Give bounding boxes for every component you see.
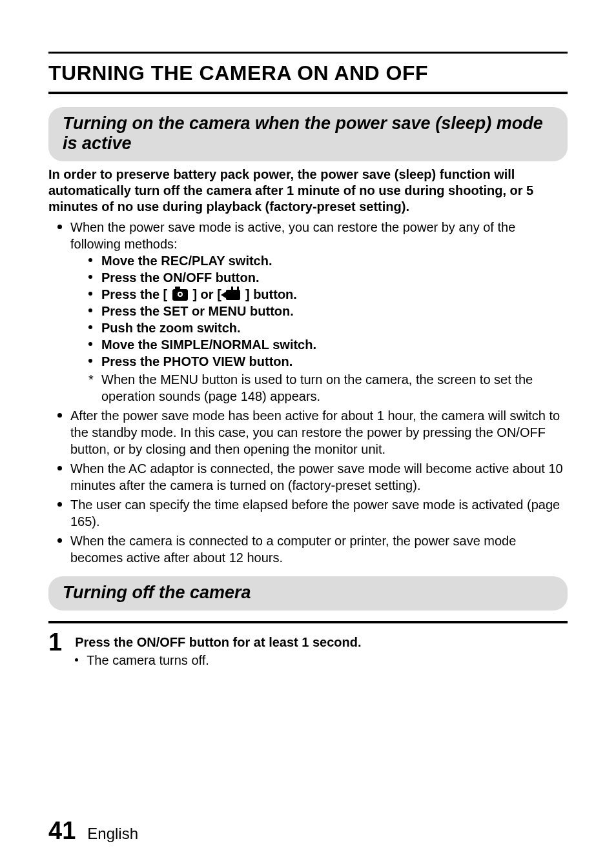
method-photo-view: Press the PHOTO VIEW button.: [88, 353, 568, 370]
method-set-menu: Press the SET or MENU button.: [88, 303, 568, 319]
method-rec-play: Move the REC/PLAY switch.: [88, 252, 568, 269]
step-result: The camera turns off.: [75, 652, 361, 669]
page-language: English: [87, 825, 138, 843]
method-simple-normal: Move the SIMPLE/NORMAL switch.: [88, 336, 568, 353]
menu-note-text: When the MENU button is used to turn on …: [101, 372, 533, 403]
method-buttons-text-c: ] button.: [241, 287, 297, 301]
method-buttons: Press the [ ] or [ ] button.: [88, 286, 568, 303]
title-underline: [48, 92, 568, 94]
page-footer: 41 English: [48, 817, 568, 845]
method-buttons-text-a: Press the [: [101, 287, 171, 301]
section-heading-turn-off: Turning off the camera: [48, 576, 568, 611]
page-title: TURNING THE CAMERA ON AND OFF: [48, 61, 568, 85]
method-buttons-text-b: ] or [: [189, 287, 225, 301]
method-on-off: Press the ON/OFF button.: [88, 269, 568, 286]
camera-icon: [172, 289, 188, 301]
top-rule: [48, 52, 568, 54]
bullet-computer-printer: When the camera is connected to a comput…: [57, 532, 568, 566]
section-heading-power-save: Turning on the camera when the power sav…: [48, 107, 568, 161]
intro-paragraph: In order to preserve battery pack power,…: [48, 167, 568, 215]
section-heading-turn-off-text: Turning off the camera: [63, 583, 553, 603]
step-number: 1: [48, 630, 62, 654]
method-zoom: Push the zoom switch.: [88, 319, 568, 336]
bullet-standby: After the power save mode has been activ…: [57, 407, 568, 458]
restore-intro-text: When the power save mode is active, you …: [70, 220, 515, 251]
bullet-ac-adaptor: When the AC adaptor is connected, the po…: [57, 460, 568, 494]
step-body: Press the ON/OFF button for at least 1 s…: [75, 630, 361, 669]
bullet-restore-methods: When the power save mode is active, you …: [57, 219, 568, 405]
bullet-user-specify: The user can specify the time elapsed be…: [57, 496, 568, 530]
step-instruction: Press the ON/OFF button for at least 1 s…: [75, 634, 361, 651]
section-heading-text: Turning on the camera when the power sav…: [63, 114, 553, 154]
step-block: 1 Press the ON/OFF button for at least 1…: [48, 630, 568, 669]
asterisk-marker: *: [88, 371, 94, 388]
methods-list: Move the REC/PLAY switch. Press the ON/O…: [70, 252, 568, 370]
main-bullet-list: When the power save mode is active, you …: [48, 219, 568, 566]
menu-note: * When the MENU button is used to turn o…: [70, 371, 568, 405]
step-rule: [48, 621, 568, 623]
page-number: 41: [48, 817, 76, 845]
video-icon: [226, 290, 240, 300]
